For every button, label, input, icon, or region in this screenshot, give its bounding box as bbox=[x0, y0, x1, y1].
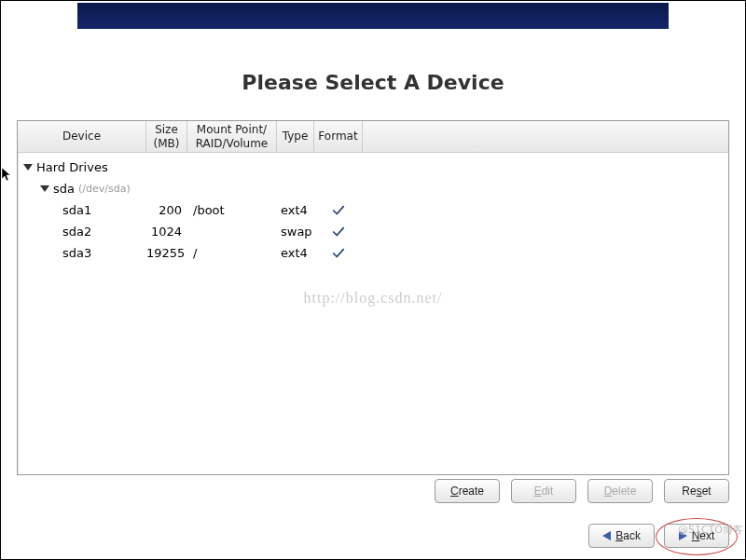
table-row[interactable]: sda3 19255 / ext4 bbox=[18, 242, 728, 264]
partition-actions: Create Edit Delete Reset bbox=[435, 479, 729, 503]
partition-size: 1024 bbox=[146, 225, 187, 239]
col-device[interactable]: Device bbox=[18, 121, 146, 152]
page-title: Please Select A Device bbox=[1, 71, 745, 94]
partition-type: swap bbox=[277, 225, 314, 239]
tree-disk-sda[interactable]: sda (/dev/sda) bbox=[18, 178, 728, 199]
hard-drives-label: Hard Drives bbox=[36, 160, 108, 174]
check-icon bbox=[332, 204, 345, 217]
tree-hard-drives[interactable]: Hard Drives bbox=[18, 157, 728, 178]
create-button[interactable]: Create bbox=[435, 479, 500, 503]
reset-button[interactable]: Reset bbox=[664, 479, 729, 503]
partition-format bbox=[314, 225, 363, 239]
check-icon bbox=[332, 247, 345, 260]
partition-device: sda3 bbox=[18, 246, 146, 260]
cursor-icon bbox=[1, 167, 12, 184]
col-size[interactable]: Size (MB) bbox=[146, 121, 187, 152]
watermark-text: http://blog.csdn.net/ bbox=[1, 290, 745, 307]
title-banner bbox=[77, 3, 669, 29]
partition-size: 19255 bbox=[146, 246, 187, 260]
back-button[interactable]: Back bbox=[588, 524, 655, 548]
table-row[interactable]: sda1 200 /boot ext4 bbox=[18, 199, 728, 221]
disk-path: (/dev/sda) bbox=[78, 183, 131, 195]
partition-device: sda1 bbox=[18, 203, 146, 217]
table-body: Hard Drives sda (/dev/sda) sda1 200 /boo… bbox=[18, 153, 728, 264]
partition-mount: / bbox=[187, 246, 277, 260]
partition-format bbox=[314, 247, 363, 260]
disk-name: sda bbox=[53, 182, 75, 196]
partition-device: sda2 bbox=[18, 225, 146, 239]
col-type[interactable]: Type bbox=[277, 121, 314, 152]
partition-type: ext4 bbox=[277, 246, 314, 260]
edit-button: Edit bbox=[511, 479, 576, 503]
col-format[interactable]: Format bbox=[314, 121, 363, 152]
expand-icon[interactable] bbox=[23, 164, 33, 171]
corner-watermark: @51CTO博客 bbox=[678, 523, 743, 537]
arrow-left-icon bbox=[602, 531, 611, 540]
delete-button: Delete bbox=[587, 479, 653, 503]
partition-format bbox=[314, 204, 363, 217]
table-header: Device Size (MB) Mount Point/ RAID/Volum… bbox=[18, 121, 728, 153]
expand-icon[interactable] bbox=[40, 185, 49, 192]
check-icon bbox=[332, 225, 345, 239]
col-mount[interactable]: Mount Point/ RAID/Volume bbox=[187, 121, 277, 152]
partition-type: ext4 bbox=[277, 203, 314, 217]
table-row[interactable]: sda2 1024 swap bbox=[18, 221, 728, 242]
partition-mount: /boot bbox=[187, 203, 277, 217]
partition-size: 200 bbox=[146, 203, 187, 217]
